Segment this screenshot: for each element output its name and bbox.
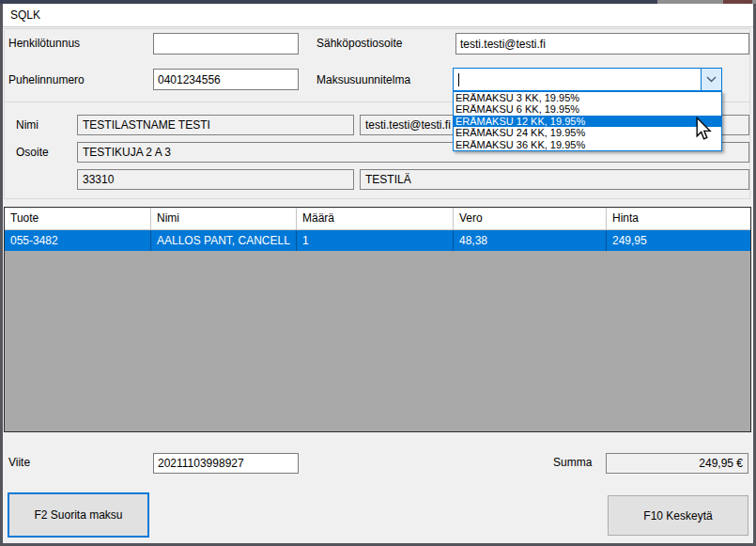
cell-maara: 1 bbox=[297, 230, 454, 251]
cancel-button[interactable]: F10 Keskeytä bbox=[608, 495, 748, 536]
cell-nimi: AALLOS PANT, CANCELL bbox=[151, 230, 297, 251]
summa-field: 249,95 € bbox=[606, 453, 748, 474]
chevron-down-icon bbox=[706, 76, 717, 83]
maksusuunnitelma-label: Maksusuunnitelma bbox=[316, 73, 410, 87]
nimi-field: TESTILASTNAME TESTI bbox=[77, 115, 354, 135]
title-bar: SQLK bbox=[3, 4, 753, 27]
product-table: Tuote Nimi Määrä Vero Hinta 055-3482 AAL… bbox=[4, 207, 751, 432]
table-header-row: Tuote Nimi Määrä Vero Hinta bbox=[5, 208, 750, 230]
cell-hinta: 249,95 bbox=[607, 230, 750, 251]
window-border-left bbox=[0, 4, 3, 546]
column-header-hinta[interactable]: Hinta bbox=[607, 208, 750, 229]
summa-label: Summa bbox=[553, 456, 592, 470]
nimi-label: Nimi bbox=[16, 118, 39, 133]
submit-payment-button[interactable]: F2 Suorita maksu bbox=[8, 492, 149, 538]
maksusuunnitelma-dropdown-list: ERÄMAKSU 3 KK, 19.95% ERÄMAKSU 6 KK, 19.… bbox=[453, 91, 722, 151]
maksusuunnitelma-combobox[interactable] bbox=[453, 68, 722, 91]
window-title: SQLK bbox=[10, 8, 40, 22]
puhelinnumero-input[interactable] bbox=[153, 69, 299, 90]
column-header-vero[interactable]: Vero bbox=[454, 208, 607, 229]
puhelinnumero-label: Puhelinnumero bbox=[8, 73, 85, 87]
cell-vero: 48,38 bbox=[454, 230, 607, 251]
dropdown-option[interactable]: ERÄMAKSU 6 KK, 19.95% bbox=[454, 103, 721, 115]
postitoimipaikka-field: TESTILÄ bbox=[360, 169, 749, 190]
column-header-nimi[interactable]: Nimi bbox=[151, 208, 297, 229]
viite-label: Viite bbox=[8, 456, 30, 470]
henkilotunnus-label: Henkilötunnus bbox=[8, 37, 80, 51]
column-header-tuote[interactable]: Tuote bbox=[5, 208, 151, 229]
dropdown-option-highlighted[interactable]: ERÄMAKSU 12 KK, 19.95% bbox=[454, 116, 721, 127]
cell-tuote: 055-3482 bbox=[5, 230, 151, 251]
text-caret bbox=[458, 73, 459, 86]
viite-input[interactable] bbox=[153, 453, 299, 474]
sahkoposti-input[interactable] bbox=[455, 33, 749, 55]
column-header-maara[interactable]: Määrä bbox=[297, 208, 454, 229]
dropdown-option[interactable]: ERÄMAKSU 36 KK, 19.95% bbox=[454, 139, 721, 150]
sahkoposti-label: Sähköpostiosoite bbox=[316, 37, 402, 51]
table-row-selected[interactable]: 055-3482 AALLOS PANT, CANCELL 1 48,38 24… bbox=[5, 230, 750, 251]
postinumero-field: 33310 bbox=[77, 169, 354, 190]
osoite-label: Osoite bbox=[16, 146, 49, 160]
dropdown-option[interactable]: ERÄMAKSU 3 KK, 19.95% bbox=[454, 92, 721, 103]
henkilotunnus-input[interactable] bbox=[153, 33, 299, 55]
dropdown-option[interactable]: ERÄMAKSU 24 KK, 19.95% bbox=[454, 127, 721, 138]
mouse-cursor-icon bbox=[695, 117, 712, 141]
combobox-dropdown-button[interactable] bbox=[701, 69, 721, 90]
